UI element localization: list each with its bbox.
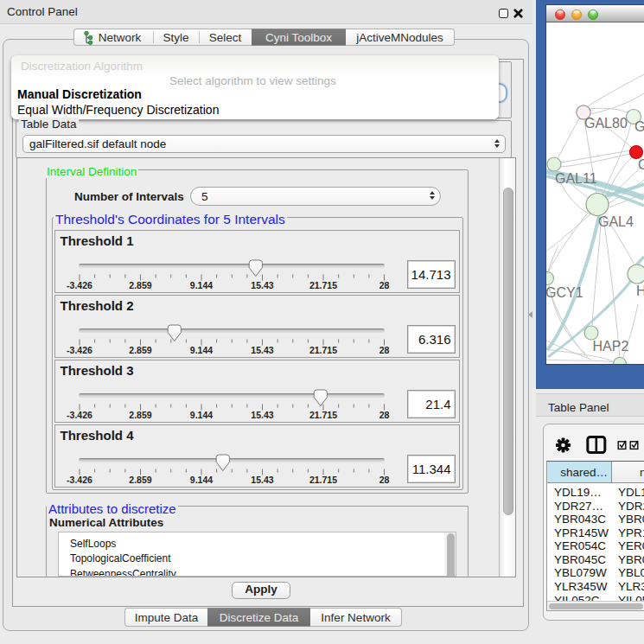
svg-text:GCY1: GCY1 (546, 285, 583, 300)
svg-text:C: C (638, 157, 644, 172)
svg-text:GAL4: GAL4 (598, 214, 634, 229)
svg-text:GAL11: GAL11 (555, 171, 597, 186)
svg-text:GA: GA (634, 119, 644, 134)
svg-text:HAP2: HAP2 (593, 339, 629, 354)
svg-text:H: H (636, 284, 644, 298)
svg-text:GAL80: GAL80 (584, 116, 628, 131)
